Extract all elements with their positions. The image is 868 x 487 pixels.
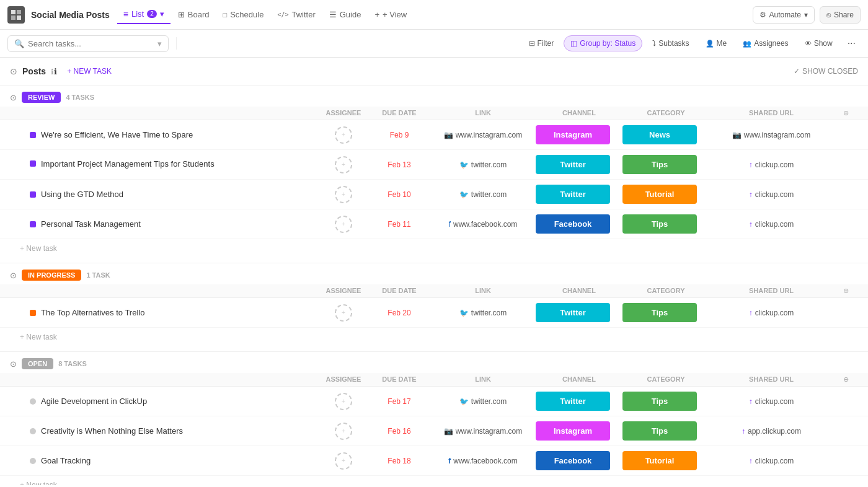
table-row: Creativity is When Nothing Else Matters …	[0, 416, 868, 446]
assignee-avatar[interactable]: +	[335, 452, 352, 470]
link-cell[interactable]: 📷 www.instagram.com	[430, 427, 536, 436]
review-group: ⊙ REVIEW 4 TASKS ASSIGNEE DUE DATE LINK …	[0, 86, 868, 258]
assignee-avatar[interactable]: +	[335, 393, 352, 410]
search-box[interactable]: 🔍 ▾	[7, 35, 169, 52]
assignee-avatar[interactable]: +	[335, 216, 352, 233]
subtasks-btn[interactable]: ⤵ Subtasks	[646, 36, 695, 51]
posts-toggle[interactable]: ⊙	[10, 66, 17, 76]
nav-right: ⚙ Automate ▾ ⎋ Share	[753, 6, 861, 24]
review-toggle[interactable]: ⊙	[10, 93, 17, 102]
twitter-icon: 🐦	[459, 190, 469, 199]
add-column-btn3[interactable]: ⊕	[833, 375, 858, 384]
share-icon: ⎋	[826, 11, 831, 19]
task-name[interactable]: Personal Task Management	[41, 219, 141, 229]
task-name[interactable]: Agile Development in ClickUp	[41, 397, 147, 406]
board-icon: ⊞	[178, 10, 185, 19]
link-cell[interactable]: f www.facebook.com	[430, 220, 536, 229]
link-cell[interactable]: f www.facebook.com	[430, 457, 536, 465]
shared-url-cell[interactable]: ↑ app.clickup.com	[709, 427, 833, 436]
code-icon: </>	[277, 11, 288, 18]
search-input[interactable]	[28, 39, 140, 48]
shared-url-cell[interactable]: ↑ clickup.com	[709, 190, 833, 199]
check-icon: ✓	[794, 67, 800, 76]
assignees-btn[interactable]: 👥 Assignees	[737, 36, 794, 51]
list-icon: ≡	[123, 9, 128, 19]
link-cell[interactable]: 🐦 twitter.com	[430, 190, 536, 199]
due-date: Feb 9	[368, 131, 430, 139]
add-column-btn[interactable]: ⊕	[833, 109, 858, 117]
link-cell[interactable]: 🐦 twitter.com	[430, 397, 536, 406]
task-name[interactable]: Goal Tracking	[41, 456, 91, 465]
task-name[interactable]: Using the GTD Method	[41, 190, 123, 199]
new-task-header-btn[interactable]: + NEW TASK	[67, 67, 112, 76]
assignee-avatar[interactable]: +	[335, 304, 352, 322]
shared-url-cell[interactable]: 📷 www.instagram.com	[709, 131, 833, 139]
filter-icon: ⊟	[529, 39, 535, 48]
due-date: Feb 11	[368, 220, 430, 229]
tab-guide[interactable]: ☰ Guide	[323, 6, 368, 23]
open-new-task-btn[interactable]: + New task	[0, 476, 868, 485]
show-closed-btn[interactable]: ✓ SHOW CLOSED	[794, 67, 858, 76]
share-button[interactable]: ⎋ Share	[820, 6, 861, 24]
twitter-icon: 🐦	[459, 160, 469, 169]
add-column-btn2[interactable]: ⊕	[833, 287, 858, 295]
assignee-avatar[interactable]: +	[335, 423, 352, 440]
assignee-avatar[interactable]: +	[335, 126, 352, 144]
show-btn[interactable]: 👁 Show	[799, 36, 839, 51]
link-cell[interactable]: 🐦 twitter.com	[430, 160, 536, 169]
automate-button[interactable]: ⚙ Automate ▾	[753, 6, 815, 24]
facebook-icon: f	[449, 220, 451, 229]
me-btn[interactable]: 👤 Me	[699, 36, 733, 51]
table-row: Goal Tracking + Feb 18 f www.facebook.co…	[0, 446, 868, 476]
task-name[interactable]: Important Project Management Tips for St…	[41, 159, 215, 170]
task-name[interactable]: We're so Efficient, We Have Time to Spar…	[41, 130, 193, 139]
tab-twitter-view[interactable]: </> Twitter	[271, 6, 321, 23]
svg-rect-1	[17, 10, 21, 14]
shared-url-cell[interactable]: ↑ clickup.com	[709, 397, 833, 406]
tab-board[interactable]: ⊞ Board	[172, 6, 216, 23]
filter-btn[interactable]: ⊟ Filter	[523, 36, 560, 51]
more-options-btn[interactable]: ···	[843, 35, 861, 52]
due-date: Feb 10	[368, 190, 430, 199]
table-row: Personal Task Management + Feb 11 f www.…	[0, 209, 868, 239]
task-name[interactable]: The Top Alternatives to Trello	[41, 308, 144, 317]
inprogress-task-count: 1 TASK	[86, 271, 110, 279]
assignee-avatar[interactable]: +	[335, 156, 352, 173]
category-badge: Tutorial	[622, 451, 697, 470]
clickup-icon: ↑	[749, 457, 753, 465]
add-view-btn[interactable]: + + View	[368, 6, 413, 23]
schedule-icon: □	[223, 11, 228, 19]
clickup-icon: ↑	[749, 309, 753, 317]
group-by-btn[interactable]: ◫ Group by: Status	[564, 35, 642, 51]
link-cell[interactable]: 🐦 twitter.com	[430, 309, 536, 317]
col-category: CATEGORY	[622, 109, 709, 117]
user-icon: 👤	[706, 40, 714, 48]
task-name[interactable]: Creativity is When Nothing Else Matters	[41, 426, 183, 436]
table-row: Using the GTD Method + Feb 10 🐦 twitter.…	[0, 180, 868, 209]
assignee-avatar[interactable]: +	[335, 186, 352, 203]
shared-url-cell[interactable]: ↑ clickup.com	[709, 160, 833, 169]
tab-schedule[interactable]: □ Schedule	[217, 6, 270, 23]
tab-list[interactable]: ≡ List 2 ▾	[117, 6, 170, 24]
shared-url-cell[interactable]: ↑ clickup.com	[709, 457, 833, 465]
clickup-icon: ↑	[749, 160, 753, 169]
inprogress-new-task-btn[interactable]: + New task	[0, 328, 868, 346]
due-date: Feb 18	[368, 457, 430, 465]
top-nav: Social Media Posts ≡ List 2 ▾ ⊞ Board □ …	[0, 0, 868, 30]
guide-icon: ☰	[329, 10, 337, 19]
shared-url-cell[interactable]: ↑ clickup.com	[709, 220, 833, 229]
open-toggle[interactable]: ⊙	[10, 359, 17, 369]
link-cell[interactable]: 📷 www.instagram.com	[430, 131, 536, 139]
col-shared-url: SHARED URL	[709, 109, 833, 117]
task-name-cell: Using the GTD Method	[30, 190, 319, 199]
due-date: Feb 13	[368, 160, 430, 169]
channel-badge: Twitter	[536, 185, 610, 204]
inprogress-toggle[interactable]: ⊙	[10, 271, 17, 280]
category-badge: Tutorial	[622, 185, 697, 204]
review-new-task-btn[interactable]: + New task	[0, 239, 868, 258]
task-name-cell: The Top Alternatives to Trello	[30, 308, 319, 317]
facebook-icon: f	[448, 457, 451, 465]
shared-url-cell[interactable]: ↑ clickup.com	[709, 309, 833, 317]
due-date: Feb 20	[368, 309, 430, 317]
posts-section-header: ⊙ Posts ℹ + NEW TASK ✓ SHOW CLOSED	[0, 58, 868, 86]
